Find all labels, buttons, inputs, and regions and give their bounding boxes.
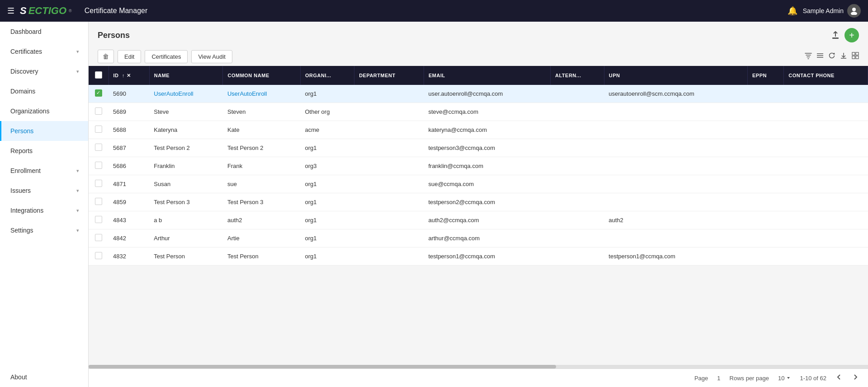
cell-email: arthur@ccmqa.com bbox=[424, 229, 550, 247]
cell-name: Test Person 3 bbox=[149, 193, 223, 211]
row-checkbox-cell bbox=[89, 247, 108, 266]
logo-s: S bbox=[20, 5, 27, 17]
row-checkbox-5[interactable] bbox=[95, 180, 102, 187]
horizontal-scrollbar[interactable] bbox=[89, 365, 868, 368]
cell-upn: testperson1@ccmqa.com bbox=[604, 247, 747, 266]
row-checkbox-2[interactable] bbox=[95, 126, 102, 133]
cell-eppn bbox=[748, 103, 784, 121]
sidebar-item-dashboard[interactable]: Dashboard bbox=[0, 22, 88, 42]
cell-common-name: Steven bbox=[223, 103, 301, 121]
cell-email: testperson2@ccmqa.com bbox=[424, 193, 550, 211]
edit-button[interactable]: Edit bbox=[118, 50, 141, 63]
sidebar-item-settings[interactable]: Settings ▾ bbox=[0, 220, 88, 240]
row-checkbox-cell bbox=[89, 139, 108, 157]
hamburger-icon[interactable]: ☰ bbox=[7, 6, 14, 16]
cell-department bbox=[354, 157, 424, 175]
cell-eppn bbox=[748, 229, 784, 247]
row-checkbox-6[interactable] bbox=[95, 198, 102, 205]
cell-organization: org1 bbox=[301, 229, 354, 247]
cell-alternate bbox=[550, 157, 604, 175]
table-row: 5686 Franklin Frank org3 franklin@ccmqa.… bbox=[89, 157, 868, 175]
cell-contact-phone bbox=[784, 229, 868, 247]
col-contact-phone: CONTACT PHONE bbox=[784, 66, 868, 85]
sidebar-item-persons[interactable]: Persons bbox=[0, 121, 88, 141]
row-checkbox-0[interactable] bbox=[95, 89, 102, 97]
row-checkbox-8[interactable] bbox=[95, 234, 102, 241]
row-checkbox-cell bbox=[89, 229, 108, 247]
sidebar-item-certificates[interactable]: Certificates ▾ bbox=[0, 42, 88, 61]
cell-id: 4871 bbox=[108, 175, 149, 193]
select-all-checkbox[interactable] bbox=[95, 71, 102, 79]
cell-upn bbox=[604, 157, 747, 175]
scroll-thumb[interactable] bbox=[89, 365, 556, 368]
row-checkbox-1[interactable] bbox=[95, 107, 102, 115]
row-checkbox-9[interactable] bbox=[95, 252, 102, 259]
cell-department bbox=[354, 139, 424, 157]
cell-organization: org1 bbox=[301, 139, 354, 157]
table-row: 4859 Test Person 3 Test Person 3 org1 te… bbox=[89, 193, 868, 211]
row-checkbox-3[interactable] bbox=[95, 144, 102, 151]
sidebar-item-reports[interactable]: Reports bbox=[0, 141, 88, 161]
range-label: 1-10 of 62 bbox=[800, 375, 826, 382]
page-title: Persons bbox=[98, 31, 130, 40]
sidebar-item-organizations[interactable]: Organizations bbox=[0, 101, 88, 121]
row-checkbox-cell bbox=[89, 157, 108, 175]
svg-rect-8 bbox=[852, 52, 855, 55]
cell-email: auth2@ccmqa.com bbox=[424, 211, 550, 229]
columns-icon[interactable] bbox=[816, 52, 824, 61]
cell-upn bbox=[604, 103, 747, 121]
avatar[interactable] bbox=[847, 4, 861, 18]
delete-icon: 🗑 bbox=[103, 53, 109, 60]
cell-organization: org1 bbox=[301, 247, 354, 266]
row-checkbox-4[interactable] bbox=[95, 162, 102, 169]
sidebar-item-discovery[interactable]: Discovery ▾ bbox=[0, 61, 88, 81]
cell-common-name: Test Person 3 bbox=[223, 193, 301, 211]
cell-common-name: sue bbox=[223, 175, 301, 193]
row-checkbox-7[interactable] bbox=[95, 216, 102, 223]
cell-organization: Other org bbox=[301, 103, 354, 121]
col-name: NAME bbox=[149, 66, 223, 85]
sidebar-item-about[interactable]: About bbox=[0, 367, 88, 387]
cell-name[interactable]: UserAutoEnroll bbox=[149, 85, 223, 103]
sort-id-clear[interactable]: ✕ bbox=[127, 73, 131, 78]
sidebar-item-issuers[interactable]: Issuers ▾ bbox=[0, 181, 88, 200]
sidebar-label-issuers: Issuers bbox=[10, 187, 31, 194]
sort-id-asc[interactable]: ↑ bbox=[122, 73, 125, 78]
cell-common-name: Kate bbox=[223, 121, 301, 139]
toolbar-right bbox=[805, 52, 859, 61]
cell-organization: org1 bbox=[301, 175, 354, 193]
table-row: 4871 Susan sue org1 sue@ccmqa.com bbox=[89, 175, 868, 193]
cell-upn bbox=[604, 121, 747, 139]
sidebar-item-integrations[interactable]: Integrations ▾ bbox=[0, 200, 88, 220]
delete-button[interactable]: 🗑 bbox=[98, 50, 114, 63]
table-container[interactable]: ID ↑ ✕ NAME COMMON NAME ORGANI... DEPART… bbox=[89, 66, 868, 365]
filter-icon[interactable] bbox=[805, 52, 812, 61]
download-icon[interactable] bbox=[840, 52, 847, 61]
prev-page-button[interactable] bbox=[835, 373, 843, 382]
sidebar-label-about: About bbox=[10, 373, 27, 381]
cell-common-name[interactable]: UserAutoEnroll bbox=[223, 85, 301, 103]
upload-button[interactable] bbox=[831, 31, 840, 40]
refresh-icon[interactable] bbox=[828, 52, 835, 61]
cell-name: Susan bbox=[149, 175, 223, 193]
bell-icon[interactable]: 🔔 bbox=[788, 6, 797, 16]
layout-icon[interactable] bbox=[852, 52, 859, 61]
row-checkbox-cell bbox=[89, 211, 108, 229]
view-audit-button[interactable]: View Audit bbox=[191, 50, 232, 63]
sidebar-item-enrollment[interactable]: Enrollment ▾ bbox=[0, 161, 88, 181]
sidebar-item-domains[interactable]: Domains bbox=[0, 81, 88, 101]
table-header-row: ID ↑ ✕ NAME COMMON NAME ORGANI... DEPART… bbox=[89, 66, 868, 85]
svg-point-0 bbox=[852, 8, 856, 11]
sidebar-label-discovery: Discovery bbox=[10, 68, 38, 75]
cell-alternate bbox=[550, 175, 604, 193]
add-person-button[interactable]: + bbox=[844, 28, 859, 42]
cell-eppn bbox=[748, 85, 784, 103]
content-area: Persons + 🗑 Edit Certificates View Audit bbox=[89, 22, 868, 387]
sidebar-label-certificates: Certificates bbox=[10, 48, 42, 55]
sidebar: Dashboard Certificates ▾ Discovery ▾ Dom… bbox=[0, 22, 89, 387]
certificates-button[interactable]: Certificates bbox=[145, 50, 188, 63]
page-number: 1 bbox=[717, 375, 720, 382]
next-page-button[interactable] bbox=[852, 373, 859, 382]
svg-rect-9 bbox=[856, 52, 859, 55]
cell-department bbox=[354, 193, 424, 211]
